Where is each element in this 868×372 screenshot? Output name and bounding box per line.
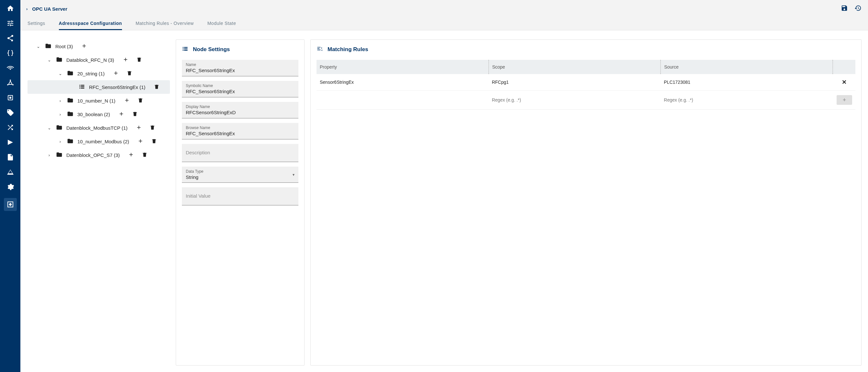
trash-icon[interactable] [150, 125, 155, 131]
matching-rules-panel: Matching Rules Property Scope Source Sen… [310, 39, 862, 366]
tabs: Settings Adressspace Configuration Match… [21, 18, 868, 30]
add-icon[interactable] [137, 138, 143, 145]
folder-icon [56, 151, 62, 159]
panel-title: Matching Rules [328, 46, 368, 53]
chevron-right-icon[interactable]: › [46, 153, 52, 158]
chevron-right-icon[interactable]: › [57, 139, 63, 144]
tab-module[interactable]: Module State [208, 21, 236, 30]
tab-addressspace[interactable]: Adressspace Configuration [59, 21, 122, 30]
tree-10-number-modbus[interactable]: › 10_number_Modbus (2) [28, 135, 170, 148]
chevron-down-icon[interactable]: ⌄ [46, 58, 52, 62]
trash-icon[interactable] [136, 57, 142, 63]
col-property: Property [316, 60, 489, 74]
opc-icon[interactable] [4, 198, 17, 211]
col-scope: Scope [489, 60, 661, 74]
browse-field[interactable]: Browse Name [182, 123, 299, 139]
trash-icon[interactable] [151, 138, 157, 145]
folder-icon [67, 111, 73, 118]
table-row-new: + [316, 91, 856, 110]
sidebar-nav [0, 0, 21, 372]
initial-value-field[interactable]: Initial Value [182, 187, 299, 205]
source-regex-input[interactable] [664, 97, 830, 103]
braces-icon[interactable] [6, 49, 14, 57]
tree-10-number-n[interactable]: › 10_number_N (1) [28, 94, 170, 107]
gear-icon[interactable] [6, 183, 14, 191]
trash-icon[interactable] [132, 111, 138, 118]
display-field[interactable]: Display Name [182, 102, 299, 119]
tree-30-boolean[interactable]: › 30_boolean (2) [28, 107, 170, 121]
chevron-down-icon[interactable]: ⌄ [35, 44, 41, 49]
add-icon[interactable] [128, 152, 134, 159]
col-source: Source [660, 60, 833, 74]
tree-panel: ⌄ Root (3) ⌄ Datablock_RFC_N (3) ⌄ 20_st… [28, 39, 170, 366]
chevron-down-icon[interactable]: ⌄ [57, 71, 63, 76]
name-input[interactable] [186, 68, 294, 73]
breadcrumb: › OPC UA Server [26, 6, 67, 12]
share-icon[interactable] [6, 34, 14, 42]
hub-icon[interactable] [6, 79, 14, 87]
table-row: Sensor6StringEx RFCpg1 PLC1723081 ✕ [316, 74, 856, 91]
description-field[interactable]: Description [182, 144, 299, 162]
scope-regex-input[interactable] [492, 97, 658, 103]
add-icon[interactable] [81, 43, 87, 50]
close-icon[interactable]: ✕ [842, 79, 847, 86]
name-field[interactable]: Name [182, 60, 299, 76]
chevron-right-icon[interactable]: › [57, 98, 63, 103]
tree-datablock-opc-s7[interactable]: › Datenblock_OPC_S7 (3) [28, 148, 170, 162]
arrow-icon[interactable] [6, 138, 14, 146]
trash-icon[interactable] [127, 70, 132, 77]
page-title: OPC UA Server [32, 6, 67, 12]
chip-icon[interactable] [6, 94, 14, 102]
list-icon [79, 83, 85, 91]
tree-root[interactable]: ⌄ Root (3) [28, 39, 170, 53]
tune-icon[interactable] [6, 20, 14, 27]
list-icon [182, 45, 188, 54]
datatype-value: String [186, 174, 294, 180]
tree-datablock-rfc-n[interactable]: ⌄ Datablock_RFC_N (3) [28, 53, 170, 67]
tab-settings[interactable]: Settings [28, 21, 45, 30]
tree-rfc-sensor6[interactable]: RFC_Sensor6StringEx (1) [28, 80, 170, 94]
tree-20-string[interactable]: ⌄ 20_string (1) [28, 67, 170, 80]
symbolic-input[interactable] [186, 89, 294, 94]
add-icon[interactable] [119, 111, 124, 118]
tag-icon[interactable] [6, 109, 14, 116]
panel-title: Node Settings [193, 46, 230, 53]
folder-icon [67, 97, 73, 104]
layers-icon[interactable] [6, 168, 14, 176]
folder-icon [67, 138, 73, 145]
chevron-right-icon[interactable]: › [57, 112, 63, 117]
add-icon[interactable] [136, 125, 142, 131]
browse-input[interactable] [186, 131, 294, 136]
wifi-icon[interactable] [6, 64, 14, 72]
trash-icon[interactable] [137, 97, 143, 104]
save-icon[interactable] [841, 4, 848, 13]
restore-icon[interactable] [855, 4, 862, 13]
document-icon[interactable] [6, 153, 14, 161]
tree-datablock-modbus[interactable]: ⌄ Datenblock_ModbusTCP (1) [28, 121, 170, 135]
trash-icon[interactable] [154, 84, 160, 91]
add-icon[interactable] [124, 97, 130, 104]
chevron-right-icon: › [26, 6, 28, 11]
filter-icon [316, 45, 323, 54]
add-icon[interactable] [113, 70, 119, 77]
chevron-down-icon[interactable]: ▾ [292, 172, 294, 177]
home-icon[interactable] [6, 4, 14, 12]
top-header: › OPC UA Server [21, 0, 868, 18]
trash-icon[interactable] [142, 152, 148, 159]
shuffle-icon[interactable] [6, 124, 14, 131]
folder-icon [56, 56, 62, 64]
folder-icon [45, 43, 52, 50]
node-settings-panel: Node Settings Name Symbolic Name Display… [176, 39, 305, 366]
folder-icon [67, 70, 73, 77]
datatype-field[interactable]: Data Type String ▾ [182, 167, 299, 183]
tab-matching[interactable]: Matching Rules - Overview [135, 21, 194, 30]
property-regex-input[interactable] [320, 97, 486, 103]
add-icon[interactable] [123, 57, 128, 63]
display-input[interactable] [186, 110, 294, 115]
rules-table: Property Scope Source Sensor6StringEx RF… [316, 60, 856, 110]
chevron-down-icon[interactable]: ⌄ [46, 126, 52, 130]
add-rule-button[interactable]: + [837, 95, 852, 105]
folder-icon [56, 124, 62, 132]
symbolic-field[interactable]: Symbolic Name [182, 81, 299, 97]
